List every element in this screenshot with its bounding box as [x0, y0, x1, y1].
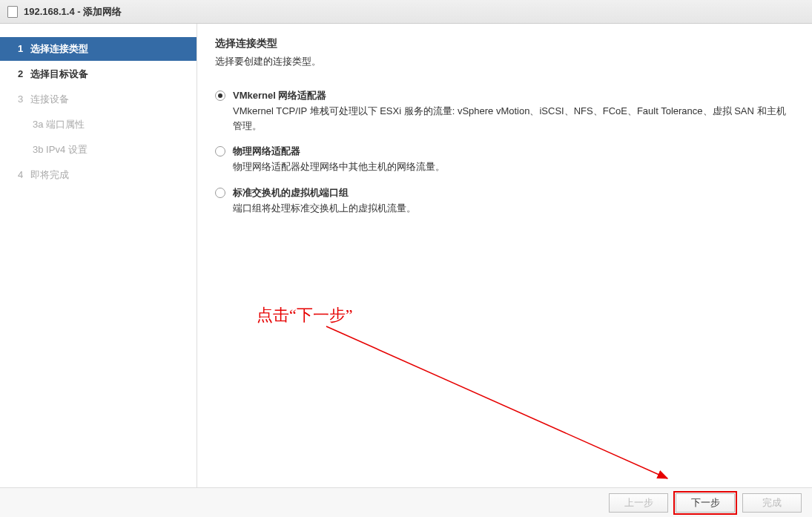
- window-title: 192.168.1.4 - 添加网络: [24, 5, 122, 19]
- title-bar: 192.168.1.4 - 添加网络: [0, 0, 812, 24]
- wizard-body: 1 选择连接类型 2 选择目标设备 3 连接设备 3a 端口属性 3b IPv4…: [0, 24, 812, 487]
- wizard-content: 选择连接类型 选择要创建的连接类型。 VMkernel 网络适配器 VMkern…: [197, 24, 812, 487]
- option-standard-switch-desc: 端口组将处理标准交换机上的虚拟机流量。: [233, 201, 794, 216]
- step-3-connection-device: 3 连接设备: [0, 88, 197, 111]
- radio-physical[interactable]: [215, 146, 225, 157]
- radio-vmkernel[interactable]: [215, 90, 225, 101]
- back-button: 上一步: [609, 493, 668, 513]
- option-physical-title: 物理网络适配器: [233, 145, 794, 158]
- step-1-connection-type[interactable]: 1 选择连接类型: [0, 37, 197, 61]
- option-vmkernel-desc: VMkernel TCP/IP 堆栈可处理以下 ESXi 服务的流量: vSph…: [233, 104, 794, 133]
- finish-button: 完成: [742, 493, 802, 513]
- step-4-complete: 4 即将完成: [0, 163, 197, 187]
- content-subtitle: 选择要创建的连接类型。: [215, 55, 794, 68]
- wizard-footer: 上一步 下一步 完成: [0, 487, 812, 517]
- step-2-target-device[interactable]: 2 选择目标设备: [0, 62, 197, 86]
- option-physical-desc: 物理网络适配器处理网络中其他主机的网络流量。: [233, 159, 794, 174]
- step-3b-ipv4-settings: 3b IPv4 设置: [0, 138, 197, 162]
- content-title: 选择连接类型: [215, 37, 794, 50]
- wizard-sidebar: 1 选择连接类型 2 选择目标设备 3 连接设备 3a 端口属性 3b IPv4…: [0, 24, 197, 487]
- option-physical[interactable]: 物理网络适配器 物理网络适配器处理网络中其他主机的网络流量。: [215, 145, 794, 174]
- option-vmkernel[interactable]: VMkernel 网络适配器 VMkernel TCP/IP 堆栈可处理以下 E…: [215, 89, 794, 133]
- radio-standard-switch[interactable]: [215, 188, 225, 198]
- option-standard-switch[interactable]: 标准交换机的虚拟机端口组 端口组将处理标准交换机上的虚拟机流量。: [215, 186, 794, 216]
- option-standard-switch-title: 标准交换机的虚拟机端口组: [233, 186, 794, 200]
- next-button[interactable]: 下一步: [676, 493, 735, 513]
- window-icon: [7, 6, 18, 18]
- option-vmkernel-title: VMkernel 网络适配器: [233, 89, 794, 102]
- step-3a-port-properties: 3a 端口属性: [0, 113, 197, 136]
